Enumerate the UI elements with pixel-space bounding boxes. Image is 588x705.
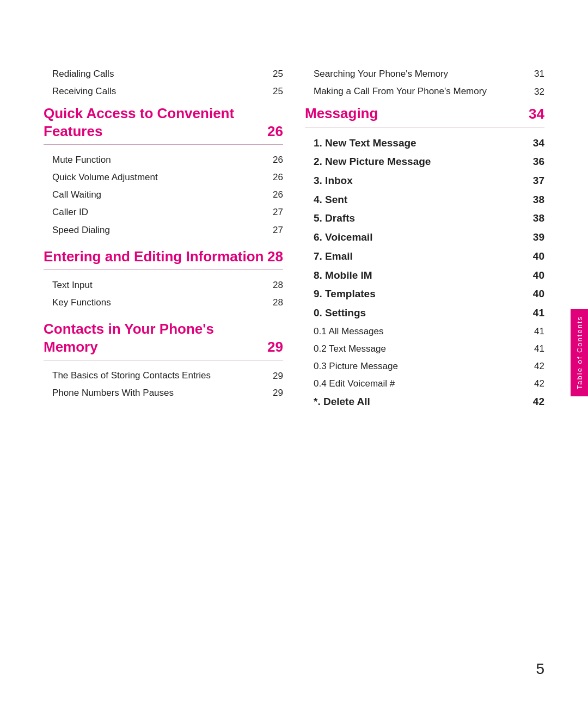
item-label: Call Waiting	[52, 189, 267, 201]
list-item: 1. New Text Message 34	[305, 134, 544, 153]
section-heading-text: Messaging	[305, 105, 529, 122]
sidebar-tab-label: Table of Contents	[575, 316, 584, 389]
item-page: 41	[528, 307, 544, 319]
item-label: The Basics of Storing Contacts Entries	[52, 370, 267, 382]
list-item: 0. Settings 41	[305, 304, 544, 323]
section-title: Contacts in Your Phone's Memory	[44, 321, 214, 355]
item-page: 38	[528, 212, 544, 224]
item-label: 0.2 Text Message	[314, 343, 528, 355]
list-item: Speed Dialing 27	[44, 222, 283, 239]
item-page: 42	[528, 378, 544, 389]
item-page: 40	[528, 288, 544, 300]
top-items-right: Searching Your Phone's Memory 31 Making …	[305, 65, 544, 100]
list-item: Call Waiting 26	[44, 186, 283, 204]
item-label: Mute Function	[52, 154, 267, 166]
item-page: 26	[267, 172, 283, 183]
item-label: 0.3 Picture Message	[314, 360, 528, 372]
list-item: 0.1 All Messages 41	[305, 323, 544, 340]
list-item: 3. Inbox 37	[305, 171, 544, 191]
item-page: 40	[528, 250, 544, 262]
list-item: 2. New Picture Message 36	[305, 152, 544, 171]
item-label: Caller ID	[52, 206, 267, 218]
page-number: 5	[536, 660, 544, 678]
list-item: Making a Call From Your Phone's Memory 3…	[305, 83, 544, 100]
item-page: 42	[528, 396, 544, 408]
section-messaging: Messaging 34 1. New Text Message 34 2. N…	[305, 105, 544, 411]
item-page: 26	[267, 155, 283, 165]
list-item: 4. Sent 38	[305, 191, 544, 210]
section-header: Entering and Editing Information 28	[44, 248, 283, 271]
list-item: 8. Mobile IM 40	[305, 266, 544, 285]
item-page: 28	[267, 280, 283, 291]
list-item: 5. Drafts 38	[305, 209, 544, 228]
item-label: Redialing Calls	[52, 68, 267, 80]
item-page: 32	[528, 87, 544, 97]
item-page: 40	[528, 269, 544, 281]
item-label: Receiving Calls	[52, 85, 267, 97]
section-page-number: 29	[267, 339, 283, 355]
list-item: Key Functions 28	[44, 294, 283, 311]
list-item: Receiving Calls 25	[44, 83, 283, 100]
sidebar-tab: Table of Contents	[571, 309, 588, 396]
item-page: 29	[267, 388, 283, 399]
section-heading-text: Contacts in Your Phone's Memory	[44, 320, 267, 355]
list-item: Text Input 28	[44, 277, 283, 294]
left-column: Redialing Calls 25 Receiving Calls 25 Qu…	[44, 65, 283, 417]
item-page: 27	[267, 207, 283, 218]
item-page: 28	[267, 297, 283, 308]
item-label: 7. Email	[314, 250, 528, 263]
item-label: 9. Templates	[314, 287, 528, 301]
section-header: Contacts in Your Phone's Memory 29	[44, 320, 283, 360]
list-item: Searching Your Phone's Memory 31	[305, 65, 544, 83]
item-label: Text Input	[52, 279, 267, 291]
item-label: Searching Your Phone's Memory	[314, 68, 528, 80]
list-item: Redialing Calls 25	[44, 65, 283, 83]
item-page: 38	[528, 194, 544, 206]
item-label: 0.1 All Messages	[314, 326, 528, 338]
item-label: Phone Numbers With Pauses	[52, 387, 267, 399]
item-label: 2. New Picture Message	[314, 155, 528, 169]
item-page: 41	[528, 344, 544, 354]
item-page: 29	[267, 371, 283, 382]
list-item: Quick Volume Adjustment 26	[44, 169, 283, 186]
list-item: 0.4 Edit Voicemail # 42	[305, 375, 544, 393]
item-page: 25	[267, 86, 283, 97]
item-label: 8. Mobile IM	[314, 269, 528, 283]
section-page-number: 28	[267, 248, 283, 265]
page-container: Redialing Calls 25 Receiving Calls 25 Qu…	[0, 0, 588, 705]
section-heading-text: Entering and Editing Information	[44, 248, 267, 266]
list-item: 0.3 Picture Message 42	[305, 358, 544, 375]
item-label: 0. Settings	[314, 306, 528, 320]
list-item: Caller ID 27	[44, 204, 283, 221]
top-items-left: Redialing Calls 25 Receiving Calls 25	[44, 65, 283, 100]
list-item: 0.2 Text Message 41	[305, 340, 544, 358]
item-page: 34	[528, 137, 544, 149]
section-title: Entering and Editing Information	[44, 248, 264, 265]
item-page: 31	[528, 69, 544, 79]
list-item: 6. Voicemail 39	[305, 228, 544, 247]
item-page: 37	[528, 175, 544, 187]
item-page: 41	[528, 326, 544, 337]
item-label: Speed Dialing	[52, 224, 267, 236]
item-page: 42	[528, 361, 544, 372]
item-label: Quick Volume Adjustment	[52, 171, 267, 183]
item-label: *. Delete All	[314, 395, 528, 409]
content-area: Redialing Calls 25 Receiving Calls 25 Qu…	[0, 0, 588, 450]
item-label: 6. Voicemail	[314, 231, 528, 244]
item-label: Key Functions	[52, 297, 267, 309]
section-contacts: Contacts in Your Phone's Memory 29 The B…	[44, 320, 283, 402]
item-page: 26	[267, 189, 283, 200]
list-item: Phone Numbers With Pauses 29	[44, 384, 283, 402]
section-heading-text: Quick Access to Convenient Features	[44, 105, 267, 140]
section-header: Messaging 34	[305, 105, 544, 127]
right-column: Searching Your Phone's Memory 31 Making …	[305, 65, 544, 417]
section-title: Quick Access to Convenient Features	[44, 105, 234, 139]
list-item: 7. Email 40	[305, 247, 544, 266]
item-label: 1. New Text Message	[314, 137, 528, 150]
item-label: 0.4 Edit Voicemail #	[314, 378, 528, 390]
list-item: 9. Templates 40	[305, 285, 544, 304]
section-header: Quick Access to Convenient Features 26	[44, 105, 283, 145]
item-page: 27	[267, 225, 283, 236]
section-entering-editing: Entering and Editing Information 28 Text…	[44, 248, 283, 312]
section-quick-access: Quick Access to Convenient Features 26 M…	[44, 105, 283, 238]
